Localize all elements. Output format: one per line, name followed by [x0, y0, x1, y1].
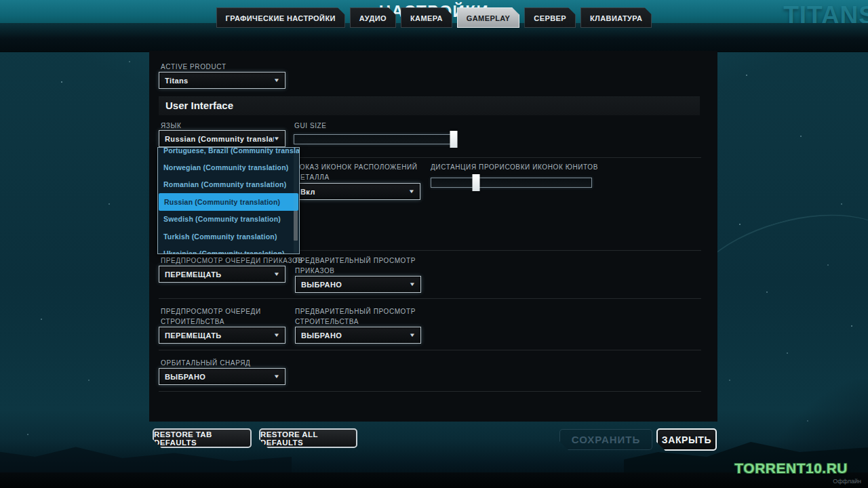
gui-size-slider[interactable]	[294, 134, 454, 144]
orbital-shell-value: ВЫБРАНО	[165, 373, 274, 381]
chevron-down-icon: ▼	[273, 136, 280, 142]
language-option[interactable]: Ukrainian (Community translation)	[158, 245, 299, 254]
chevron-down-icon: ▼	[408, 281, 416, 287]
tab-graphics[interactable]: ГРАФИЧЕСКИЕ НАСТРОЙКИ	[216, 7, 345, 28]
language-dropdown-list: Portuguese, Brazil (Community translatio…	[157, 147, 300, 254]
build-preview-label-line2: СТРОИТЕЛЬСТВА	[295, 317, 359, 327]
order-preview-value: ВЫБРАНО	[301, 281, 410, 289]
orbital-shell-select[interactable]: ВЫБРАНО ▼	[159, 368, 285, 385]
tab-audio[interactable]: АУДИО	[350, 7, 396, 28]
orbital-shell-label: ОРБИТАЛЬНЫЙ СНАРЯД	[161, 358, 250, 368]
chevron-down-icon: ▼	[408, 332, 416, 338]
language-dropdown-items: Portuguese, Brazil (Community translatio…	[158, 147, 299, 254]
language-select[interactable]: Russian (Community translation) ▼	[159, 130, 285, 147]
restore-all-defaults-button[interactable]: RESTORE ALL DEFAULTS	[259, 428, 357, 448]
chevron-down-icon: ▼	[408, 188, 415, 195]
language-option[interactable]: Turkish (Community translation)	[158, 228, 299, 245]
build-queue-preview-label-line1: ПРЕДПРОСМОТР ОЧЕРЕДИ	[161, 306, 261, 317]
active-product-value: Titans	[165, 77, 274, 85]
chevron-down-icon: ▼	[273, 332, 280, 338]
tab-server[interactable]: СЕРВЕР	[524, 7, 576, 28]
language-option[interactable]: Swedish (Community translation)	[158, 211, 299, 228]
divider	[159, 350, 701, 350]
order-preview-label-line1: ПРЕДВАРИТЕЛЬНЫЙ ПРОСМОТР	[295, 256, 416, 266]
save-button: СОХРАНИТЬ	[559, 429, 652, 450]
active-product-select[interactable]: Titans ▼	[159, 72, 285, 89]
gui-size-slider-thumb[interactable]	[450, 131, 458, 148]
build-queue-preview-select[interactable]: ПЕРЕМЕЩАТЬ ▼	[159, 327, 285, 344]
unit-icon-distance-label: ДИСТАНЦИЯ ПРОРИСОВКИ ИКОНОК ЮНИТОВ	[431, 162, 598, 172]
language-value: Russian (Community translation)	[165, 135, 274, 143]
dropdown-scrollbar-thumb[interactable]	[294, 211, 298, 241]
gui-size-label: GUI SIZE	[294, 121, 327, 131]
active-product-label: ACTIVE PRODUCT	[161, 62, 226, 72]
metal-icons-value: Вкл	[300, 188, 409, 196]
build-preview-select[interactable]: ВЫБРАНО ▼	[295, 327, 421, 344]
chevron-down-icon: ▼	[273, 271, 280, 277]
order-queue-preview-select[interactable]: ПЕРЕМЕЩАТЬ ▼	[159, 266, 285, 283]
offline-status: Оффлайн	[833, 478, 861, 485]
torrent-watermark: TORRENT10.RU	[734, 460, 848, 476]
metal-icons-select[interactable]: Вкл ▼	[294, 183, 420, 200]
chevron-down-icon: ▼	[273, 373, 280, 380]
order-preview-label-line2: ПРИКАЗОВ	[295, 266, 335, 276]
tab-keyboard[interactable]: КЛАВИАТУРА	[580, 7, 652, 28]
order-queue-preview-label: ПРЕДПРОСМОТР ОЧЕРЕДИ ПРИКАЗОВ	[161, 256, 303, 266]
unit-icon-distance-slider-thumb[interactable]	[473, 174, 480, 191]
language-option[interactable]: Norwegian (Community translation)	[158, 159, 299, 176]
divider	[159, 391, 701, 392]
build-queue-preview-label-line2: СТРОИТЕЛЬСТВА	[161, 317, 224, 327]
tab-gameplay[interactable]: GAMEPLAY	[457, 7, 520, 28]
tab-row: ГРАФИЧЕСКИЕ НАСТРОЙКИ АУДИО КАМЕРА GAMEP…	[0, 7, 868, 28]
language-option-selected[interactable]: Russian (Community translation)	[159, 193, 298, 210]
build-preview-label-line1: ПРЕДВАРИТЕЛЬНЫЙ ПРОСМОТР	[295, 306, 416, 317]
section-header: User Interface	[159, 96, 700, 115]
language-label: ЯЗЫК	[161, 121, 181, 131]
language-option[interactable]: Portuguese, Brazil (Community translatio…	[158, 147, 299, 159]
metal-icons-label-line1: ПОКАЗ ИКОНОК РАСПОЛОЖЕНИЙ	[294, 162, 418, 172]
build-queue-preview-value: ПЕРЕМЕЩАТЬ	[165, 331, 274, 340]
order-queue-preview-value: ПЕРЕМЕЩАТЬ	[165, 270, 274, 279]
restore-tab-defaults-button[interactable]: RESTORE TAB DEFAULTS	[153, 428, 252, 448]
tab-camera[interactable]: КАМЕРА	[401, 7, 452, 28]
unit-icon-distance-slider[interactable]	[431, 178, 592, 188]
close-button[interactable]: ЗАКРЫТЬ	[656, 428, 717, 451]
order-preview-select[interactable]: ВЫБРАНО ▼	[295, 276, 421, 293]
build-preview-value: ВЫБРАНО	[301, 331, 410, 340]
language-option[interactable]: Romanian (Community translation)	[158, 176, 299, 193]
chevron-down-icon: ▼	[273, 77, 280, 83]
divider	[159, 298, 701, 299]
